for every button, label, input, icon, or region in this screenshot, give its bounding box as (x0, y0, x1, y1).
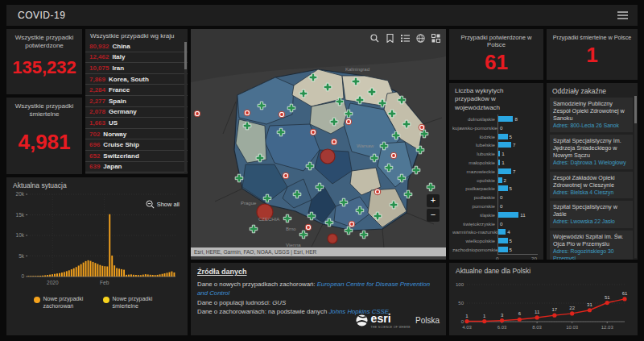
zoom-out-button[interactable]: − (427, 209, 440, 222)
hospital-name: Wojewódzki Szpital Im. Św. Ojca Pio w Pr… (553, 233, 630, 247)
case-marker[interactable] (374, 189, 381, 195)
country-name: Germany (109, 108, 137, 115)
map-bookmark-icon[interactable] (385, 33, 395, 44)
daily-cases-bar (135, 275, 137, 277)
case-marker[interactable] (390, 152, 397, 159)
country-row[interactable]: 1,663US (85, 118, 188, 129)
country-row[interactable]: 10,075Iran (85, 63, 188, 74)
map-search-icon[interactable] (369, 33, 380, 44)
voivodeship-row[interactable]: opolskie2 (449, 176, 543, 185)
hospital-item[interactable]: Szpital Specjalistyczny Im. Jędrzeja Śni… (550, 135, 633, 169)
show-all-button[interactable]: Show all (146, 200, 180, 209)
voivodeship-label: zachodniopomorskie (452, 247, 497, 252)
map-label: Prague (241, 201, 257, 206)
daily-cases-bar (152, 275, 154, 277)
country-case-count: 10,075 (89, 64, 109, 72)
voivodeship-row[interactable]: podkarpackie5 (449, 185, 543, 193)
map-toolbar (369, 33, 441, 44)
daily-cases-bar (27, 276, 29, 277)
case-marker[interactable] (331, 139, 337, 145)
case-marker[interactable] (283, 173, 289, 179)
country-list-panel: Wszystkie przypadki wg kraju 80,932China… (85, 29, 188, 174)
daily-cases-bar (97, 264, 98, 277)
legend-item[interactable]: Nowe przypadki zachorowań (34, 296, 92, 310)
voivodeship-row[interactable]: śląskie11 (449, 210, 543, 219)
voivodeship-row[interactable]: warmińsko-mazurskie4 (449, 228, 543, 237)
total-deaths-label: Wszystkie przypadki śmiertelne (6, 98, 82, 119)
map-canvas[interactable]: KaliningradWarsawPragueCZECHIABrnoVienna (191, 29, 446, 260)
country-list-title: Wszystkie przypadki wg kraju (85, 29, 188, 41)
voivodeship-row[interactable]: lubelskie7 (449, 141, 543, 150)
hospital-item[interactable]: Samodzielny Publiczny Zespół Opieki Zdro… (550, 98, 633, 132)
infectious-wards-title: Oddziały zakaźne (547, 83, 638, 98)
case-marker[interactable] (345, 119, 352, 125)
daily-cases-bar (138, 275, 139, 277)
case-marker[interactable] (194, 110, 200, 117)
voivodeship-bar-area: 7 (497, 141, 543, 150)
country-row[interactable]: 12,462Italy (85, 52, 188, 64)
country-row[interactable]: 696Cruise Ship (85, 139, 188, 151)
data-point (622, 297, 626, 301)
poland-deaths-label: Przypadki śmiertelne w Polsce (547, 29, 638, 41)
country-list-scrollbar[interactable] (184, 42, 187, 173)
country-row[interactable]: 652Switzerland (85, 151, 188, 162)
voivodeship-row[interactable]: zachodniopomorskie5 (449, 245, 543, 254)
daily-cases-bar (111, 256, 113, 277)
data-point-label: 17 (552, 307, 558, 312)
gus-source: GUS (272, 299, 286, 306)
hospital-list-scrollbar[interactable] (634, 96, 637, 258)
map-overview-icon[interactable] (431, 33, 441, 44)
map-basemap-icon[interactable] (415, 33, 426, 44)
country-name: Switzerland (103, 152, 138, 160)
voivodeship-row[interactable]: pomorskie0 (449, 202, 543, 210)
hospital-item[interactable]: Zespół Zakładów Opieki Zdrowotnej w Cies… (550, 172, 633, 199)
hospital-item[interactable]: Szpital Specjalistyczny w JaśleAdres: Lw… (550, 201, 633, 228)
voivodeship-value: 0 (500, 203, 502, 209)
voivodeship-bar-area: 8 (497, 114, 543, 123)
voivodeship-row[interactable]: małopolskie1 (449, 158, 543, 167)
country-row[interactable]: 702Norway (85, 129, 188, 140)
case-marker[interactable] (310, 129, 316, 135)
daily-cases-bar (59, 273, 60, 277)
voivodeship-row[interactable]: podlaskie0 (449, 193, 543, 202)
legend-label: Nowe przypadki zachorowań (43, 296, 92, 310)
voivodeship-bar-area: 2 (497, 176, 543, 185)
case-marker[interactable] (279, 111, 285, 118)
country-row[interactable]: 2,078Germany (85, 107, 188, 119)
country-row[interactable]: 80,932China (85, 41, 188, 52)
country-case-count: 2,284 (89, 86, 105, 94)
voivodeship-row[interactable]: mazowieckie7 (449, 167, 543, 176)
voivodeship-value: 0 (500, 125, 502, 131)
country-case-count: 2,078 (89, 108, 105, 115)
voivodeship-bar (498, 134, 508, 139)
voivodeship-row[interactable]: łódzkie5 (449, 132, 543, 141)
voivodeship-row[interactable]: wielkopolskie5 (449, 236, 543, 245)
map-legend-icon[interactable] (400, 33, 411, 44)
voivodeship-value: 0 (500, 194, 502, 200)
voivodeship-row[interactable]: dolnośląskie8 (449, 114, 543, 123)
hospital-item[interactable]: Wojewódzki Szpital Im. Św. Ojca Pio w Pr… (550, 231, 633, 260)
voivodeship-row[interactable]: świętokrzyskie0 (449, 219, 543, 228)
hamburger-menu-icon[interactable] (617, 11, 628, 19)
voivodeship-row[interactable]: kujawsko-pomorskie0 (449, 123, 543, 132)
country-row[interactable]: 2,284France (85, 85, 188, 96)
voivodeship-label: mazowieckie (452, 168, 497, 174)
case-marker[interactable] (419, 124, 425, 131)
poland-map[interactable]: KaliningradWarsawPragueCZECHIABrnoVienna… (191, 29, 446, 260)
data-point-label: 22 (569, 306, 575, 310)
case-marker[interactable] (305, 224, 312, 231)
country-row[interactable]: 7,869Korea, South (85, 74, 188, 85)
country-case-count: 2,277 (89, 98, 105, 105)
country-row[interactable]: 2,277Spain (85, 96, 188, 107)
voivodeship-bars: dolnośląskie8kujawsko-pomorskie0łódzkie5… (449, 114, 543, 254)
case-marker[interactable] (349, 221, 355, 227)
case-marker[interactable] (244, 110, 250, 116)
country-row[interactable]: 639Japan (85, 162, 188, 173)
poland-daily-chart[interactable]: 0501004.036.038.0310.0312.03113611172231… (449, 275, 638, 335)
proportional-circle (320, 149, 335, 164)
voivodeship-row[interactable]: lubuskie1 (449, 149, 543, 158)
zoom-in-button[interactable]: + (427, 194, 440, 207)
daily-cases-bar (49, 275, 51, 277)
legend-item[interactable]: Nowe przypadki śmiertelne (103, 296, 161, 310)
svg-text:4.03: 4.03 (462, 325, 472, 330)
